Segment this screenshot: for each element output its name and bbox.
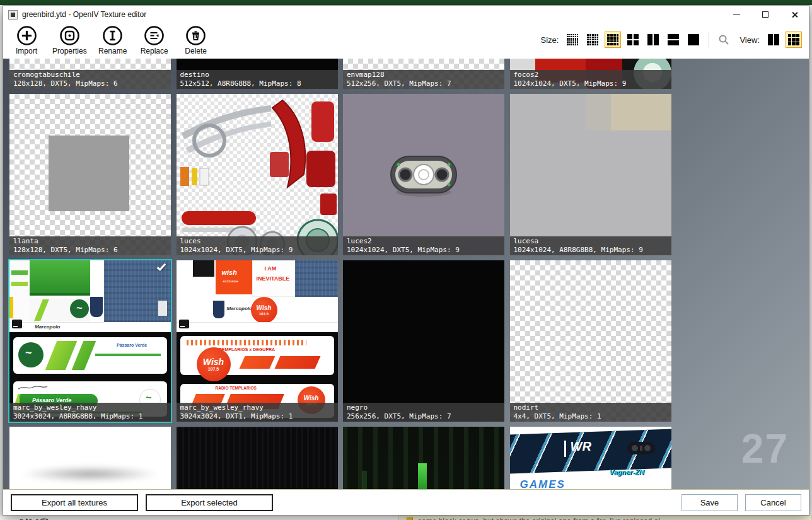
cancel-button[interactable]: Cancel	[745, 494, 801, 511]
size-option-medium[interactable]	[605, 32, 620, 47]
decor	[436, 168, 448, 181]
replace-button[interactable]: Replace	[139, 25, 170, 55]
decor	[577, 44, 578, 45]
decor	[627, 34, 632, 39]
decor: Wish	[304, 395, 319, 402]
texture-tile[interactable]: luces21024x1024, DXT5, MipMaps: 9	[343, 94, 504, 255]
texture-art-marc_wish: wish exclusive I AM INEVITABLE Marcopolo…	[177, 260, 338, 422]
texture-name: luces2	[347, 237, 501, 246]
decor: Properties	[52, 47, 87, 55]
decor	[216, 260, 252, 294]
rename-button[interactable]: Rename	[97, 25, 129, 55]
texture-label: marc_by_wesley_rhavy3024x3024, DXT1, Mip…	[177, 403, 338, 422]
texture-tile[interactable]: destino512x512, A8R8G8B8, MipMaps: 8	[177, 59, 338, 89]
size-option-xlarge[interactable]	[646, 32, 661, 47]
export-all-button[interactable]: Export all textures	[11, 494, 138, 511]
texture-tile[interactable]: focos21024x1024, DXT5, MipMaps: 9	[510, 59, 671, 89]
texture-art-white_soft	[9, 427, 171, 489]
decor	[571, 36, 572, 37]
texture-tile[interactable]	[9, 427, 171, 489]
save-button[interactable]: Save	[682, 494, 738, 511]
decor	[414, 165, 434, 185]
texture-tile[interactable]: lucesa1024x1024, A8R8G8B8, MipMaps: 9	[510, 94, 671, 255]
texture-tile[interactable]: cromogtabuschile128x128, DXT5, MipMaps: …	[9, 59, 171, 89]
size-option-tiny[interactable]	[565, 32, 580, 47]
decor	[575, 42, 576, 43]
decor: Wish	[257, 305, 272, 311]
decor	[567, 38, 568, 39]
decor	[569, 40, 571, 42]
decor: Pássaro Verde	[117, 343, 147, 347]
titlebar[interactable]: greenbird.ytd - OpenIV Texture editor	[3, 6, 809, 23]
view-option-columns[interactable]	[766, 32, 781, 47]
properties-icon	[59, 25, 80, 46]
minimize-button[interactable]	[722, 6, 751, 23]
decor	[613, 37, 616, 40]
texture-tile[interactable]: negro256x256, DXT5, MipMaps: 7	[343, 260, 504, 422]
size-option-small[interactable]	[585, 32, 600, 47]
maximize-button[interactable]	[751, 6, 780, 23]
decor	[573, 36, 574, 37]
texture-meta: 256x256, DXT5, MipMaps: 7	[347, 412, 501, 421]
texture-meta: 512x512, A8R8G8B8, MipMaps: 8	[180, 79, 334, 88]
texture-name: cromogtabuschile	[13, 71, 167, 79]
texture-tile[interactable]: nodirt4x4, DXT5, MipMaps: 1	[510, 260, 671, 422]
decor	[796, 34, 799, 37]
size-label: Size:	[541, 35, 559, 45]
size-option-wide[interactable]	[666, 32, 681, 47]
rename-icon	[102, 25, 123, 46]
texture-tile[interactable]: luces1024x1024, DXT5, MipMaps: 9	[177, 94, 338, 255]
decor	[627, 40, 632, 45]
decor	[187, 340, 306, 345]
decor	[362, 471, 367, 489]
texture-label: focos21024x1024, DXT5, MipMaps: 9	[510, 70, 671, 89]
texture-tile[interactable]: wish exclusive I AM INEVITABLE Marcopolo…	[177, 260, 338, 422]
texture-tile[interactable]	[177, 427, 338, 489]
decor	[571, 42, 572, 43]
texture-tile[interactable]: envmap128512x256, DXT5, MipMaps: 7	[343, 59, 504, 89]
size-option-full[interactable]	[686, 32, 701, 47]
decor	[594, 41, 596, 43]
decor	[792, 42, 795, 45]
decor: Wish107.5	[197, 347, 231, 381]
texture-label: llanta128x128, DXT5, MipMaps: 6	[9, 236, 171, 255]
decor	[611, 94, 671, 130]
view-label: View:	[740, 35, 760, 45]
texture-art-marc_green: ~ Marcopolo ~ Pássaro Verde Pássaro Verd…	[9, 260, 171, 422]
decor	[720, 36, 726, 42]
view-option-grid[interactable]	[786, 32, 801, 47]
import-button[interactable]: Import	[11, 25, 42, 55]
decor	[607, 43, 610, 45]
decor	[607, 37, 610, 40]
decor	[448, 183, 451, 187]
decor	[575, 40, 576, 42]
decor	[571, 34, 572, 35]
decor	[796, 38, 799, 41]
import-icon	[16, 25, 37, 46]
replace-icon	[144, 25, 165, 46]
texture-meta: 3024x3024, DXT1, MipMaps: 1	[180, 412, 334, 421]
decor	[610, 34, 613, 37]
texture-tile[interactable]: ~ Marcopolo ~ Pássaro Verde Pássaro Verd…	[9, 260, 171, 422]
texture-meta: 128x128, DXT5, MipMaps: 6	[13, 246, 167, 255]
maximize-icon	[762, 11, 768, 18]
search-button[interactable]	[717, 33, 731, 47]
delete-button[interactable]: Delete	[180, 25, 212, 55]
decor	[564, 441, 566, 457]
texture-tile[interactable]: WR Vagner-ZN GAMES	[510, 427, 671, 489]
export-selected-button[interactable]: Export selected	[146, 494, 273, 511]
decor	[634, 40, 639, 45]
texture-tile[interactable]	[343, 427, 504, 489]
decor: TEMPLARIOS x DEGUPRA	[219, 347, 276, 352]
texture-label: nodirt4x4, DXT5, MipMaps: 1	[510, 403, 671, 422]
texture-meta: 128x128, DXT5, MipMaps: 6	[13, 79, 167, 88]
decor	[617, 37, 619, 40]
delete-icon	[185, 25, 206, 46]
size-option-large[interactable]	[625, 32, 641, 47]
decor	[187, 27, 205, 45]
background-text-fragment: g to edit	[19, 516, 48, 520]
properties-button[interactable]: Properties	[52, 25, 87, 55]
texture-tile[interactable]: llanta128x128, DXT5, MipMaps: 6	[9, 94, 171, 255]
texture-name: marc_by_wesley_rhavy	[180, 403, 334, 412]
close-button[interactable]	[780, 6, 809, 23]
